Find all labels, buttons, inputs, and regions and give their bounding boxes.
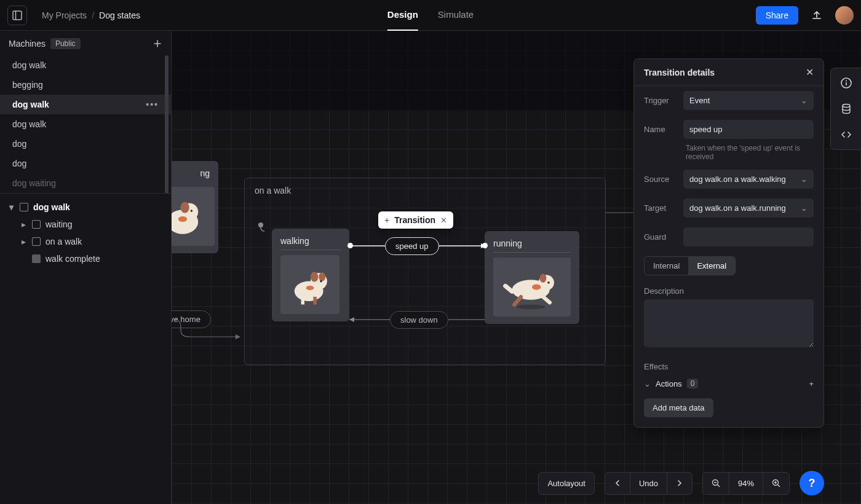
machine-item-more-button[interactable]: •••	[146, 100, 159, 109]
info-icon	[840, 77, 852, 89]
svg-point-15	[306, 286, 314, 290]
sidebar-title: Machines	[9, 39, 46, 49]
zoom-out-button[interactable]	[703, 473, 729, 494]
chevron-right-icon	[676, 479, 683, 487]
source-select[interactable]: dog walk.on a walk.walking ⌄	[683, 170, 814, 189]
machine-item-selected[interactable]: dog walk •••	[0, 95, 171, 114]
chevron-down-icon[interactable]: ▾	[7, 202, 15, 212]
undo-prev-button[interactable]	[605, 473, 630, 494]
guard-input[interactable]	[683, 227, 814, 246]
source-label: Source	[644, 175, 676, 184]
machine-item[interactable]: dog waiting	[0, 173, 171, 193]
popup-add-button[interactable]: +	[384, 215, 389, 225]
svg-point-5	[191, 210, 193, 212]
state-title: running	[493, 238, 571, 253]
machine-item[interactable]: dog	[0, 154, 171, 173]
redo-next-button[interactable]	[667, 473, 692, 494]
tab-simulate[interactable]: Simulate	[438, 0, 474, 31]
add-meta-button[interactable]: Add meta data	[644, 398, 713, 417]
svg-point-12	[320, 280, 322, 283]
svg-point-6	[178, 216, 187, 222]
details-title: Transition details	[644, 68, 715, 77]
data-rail-button[interactable]	[839, 101, 854, 116]
chevron-down-icon: ⌄	[801, 203, 807, 213]
state-node-partial[interactable]: ng	[172, 161, 218, 253]
parent-state-title: on a walk	[245, 178, 605, 203]
edge-partial	[172, 318, 245, 343]
svg-point-21	[517, 305, 546, 309]
tab-design[interactable]: Design	[387, 0, 418, 31]
user-avatar[interactable]	[835, 6, 854, 25]
parent-state[interactable]: on a walk walking	[244, 178, 606, 365]
trigger-label: Trigger	[644, 96, 676, 105]
description-label: Description	[634, 280, 823, 299]
actions-count: 0	[687, 379, 699, 388]
description-textarea[interactable]	[644, 299, 814, 347]
svg-point-11	[319, 272, 325, 281]
tree-node[interactable]: ▸ waiting	[0, 216, 171, 233]
transition-slow-down[interactable]: slow down	[390, 311, 448, 329]
state-image	[493, 258, 571, 317]
machines-scrollbar[interactable]	[165, 55, 169, 193]
edge-source-handle[interactable]	[347, 243, 353, 248]
undo-button[interactable]: Undo	[630, 473, 667, 494]
right-rail	[830, 68, 861, 150]
trigger-select[interactable]: Event ⌄	[683, 91, 814, 110]
state-title: walking	[280, 236, 341, 250]
app-logo-button[interactable]	[7, 6, 27, 25]
svg-point-10	[311, 272, 319, 282]
details-close-button[interactable]: ✕	[806, 66, 814, 78]
svg-rect-14	[313, 297, 316, 305]
target-select[interactable]: dog walk.on a walk.running ⌄	[683, 199, 814, 218]
state-title: ng	[172, 168, 210, 182]
chevron-right-icon[interactable]: ▸	[20, 237, 27, 246]
svg-point-19	[547, 282, 550, 284]
popup-close-button[interactable]: ✕	[440, 216, 447, 225]
machine-item[interactable]: dog walk	[0, 114, 171, 134]
share-button[interactable]: Share	[756, 6, 798, 25]
machine-item[interactable]: dog	[0, 134, 171, 154]
name-input[interactable]	[683, 120, 814, 139]
export-button[interactable]	[808, 7, 825, 24]
edge-target-handle[interactable]	[482, 243, 488, 248]
zoom-in-icon	[772, 479, 780, 487]
effects-label: Effects	[634, 356, 823, 375]
svg-marker-26	[236, 334, 240, 339]
breadcrumb-current: Dog states	[99, 10, 140, 20]
state-node-running[interactable]: running	[485, 231, 579, 324]
tree-node[interactable]: walk complete	[0, 250, 171, 267]
svg-point-4	[180, 202, 189, 213]
svg-rect-13	[301, 297, 304, 305]
state-node-walking[interactable]: walking	[272, 229, 349, 321]
state-image	[172, 187, 215, 246]
tree-root[interactable]: ▾ dog walk	[0, 199, 171, 216]
tree-node[interactable]: ▸ on a walk	[0, 233, 171, 250]
help-button[interactable]: ?	[800, 471, 824, 495]
dog-running-illustration	[495, 259, 569, 315]
internal-option[interactable]: Internal	[645, 257, 688, 275]
zoom-level[interactable]: 94%	[729, 473, 763, 494]
guard-label: Guard	[644, 232, 676, 242]
chevron-left-icon	[614, 479, 621, 487]
info-rail-button[interactable]	[839, 76, 854, 90]
zoom-in-button[interactable]	[763, 473, 789, 494]
svg-point-31	[843, 104, 850, 108]
external-option[interactable]: External	[688, 257, 735, 275]
chevron-right-icon[interactable]: ▸	[20, 219, 27, 229]
name-hint: Taken when the 'speed up' event is recei…	[634, 144, 823, 165]
machine-item[interactable]: begging	[0, 75, 171, 95]
upload-icon	[811, 10, 822, 21]
visibility-badge: Public	[50, 38, 81, 49]
actions-label: Actions	[656, 379, 682, 388]
breadcrumb-parent[interactable]: My Projects	[42, 10, 87, 20]
svg-point-7	[258, 222, 263, 227]
add-action-button[interactable]: +	[809, 379, 814, 388]
code-rail-button[interactable]	[839, 127, 854, 142]
transition-speed-up[interactable]: speed up	[385, 237, 439, 255]
add-machine-button[interactable]	[153, 39, 162, 49]
autolayout-button[interactable]: Autolayout	[539, 473, 593, 494]
chevron-down-icon[interactable]: ⌄	[644, 379, 651, 388]
dog-walking-illustration	[282, 257, 338, 312]
state-icon	[20, 203, 28, 211]
machine-item[interactable]: dog walk	[0, 55, 171, 75]
